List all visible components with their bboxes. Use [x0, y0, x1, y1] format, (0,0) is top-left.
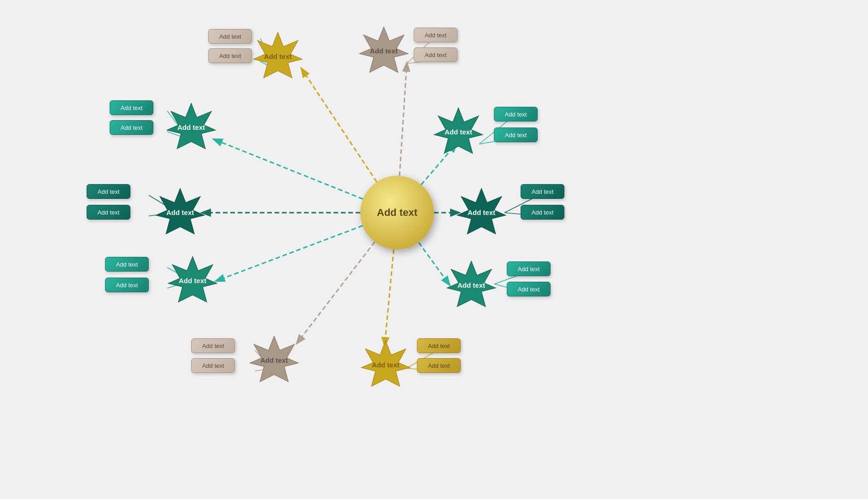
canvas: Add text Add text Add text Add text Add …: [0, 0, 868, 499]
rect-left-lower-2[interactable]: Add text: [105, 278, 149, 292]
burst-top-gray[interactable]: Add text: [358, 26, 409, 76]
rect-bottom-gold-2[interactable]: Add text: [417, 358, 461, 373]
center-label: Add text: [377, 207, 417, 219]
rect-left-upper-teal-2[interactable]: Add text: [110, 120, 153, 135]
rect-right-upper-teal-2[interactable]: Add text: [494, 128, 538, 142]
burst-top-gold-label: Add text: [264, 52, 292, 61]
rect-bottom-gold-1[interactable]: Add text: [417, 338, 461, 353]
rect-top-gold-2[interactable]: Add text: [208, 48, 252, 63]
burst-left-upper-teal[interactable]: Add text: [166, 102, 217, 153]
rect-right-mid-1[interactable]: Add text: [521, 184, 564, 199]
rect-right-lower-1[interactable]: Add text: [507, 261, 551, 276]
rect-right-mid-2[interactable]: Add text: [521, 205, 564, 220]
burst-top-gold[interactable]: Add text: [252, 31, 303, 82]
burst-right-lower-teal-label: Add text: [457, 281, 485, 290]
burst-left-lower-teal[interactable]: Add text: [167, 255, 218, 306]
burst-bottom-gray[interactable]: Add text: [249, 335, 299, 386]
burst-right-lower-teal[interactable]: Add text: [446, 260, 497, 311]
burst-bottom-gray-label: Add text: [260, 356, 288, 365]
burst-left-mid[interactable]: Add text: [155, 187, 205, 238]
rect-left-lower-1[interactable]: Add text: [105, 257, 149, 272]
center-node[interactable]: Add text: [360, 176, 434, 250]
burst-top-gray-label: Add text: [370, 47, 398, 55]
burst-left-mid-label: Add text: [166, 209, 194, 217]
burst-bottom-gold-label: Add text: [372, 361, 399, 369]
burst-right-upper-teal[interactable]: Add text: [433, 107, 484, 157]
rect-top-gray-1[interactable]: Add text: [414, 28, 457, 42]
rect-left-mid-1[interactable]: Add text: [87, 184, 130, 199]
burst-left-upper-teal-label: Add text: [177, 123, 205, 132]
rect-top-gray-2[interactable]: Add text: [414, 47, 457, 62]
burst-bottom-gold[interactable]: Add text: [360, 340, 411, 390]
rect-right-lower-2[interactable]: Add text: [507, 282, 551, 296]
rect-right-upper-teal-1[interactable]: Add text: [494, 107, 538, 122]
burst-right-upper-teal-label: Add text: [445, 128, 472, 136]
rect-top-gold-1[interactable]: Add text: [208, 29, 252, 44]
rect-left-upper-teal-1[interactable]: Add text: [110, 100, 153, 115]
burst-right-mid[interactable]: Add text: [456, 187, 507, 238]
rect-bottom-gray-2[interactable]: Add text: [191, 358, 235, 373]
burst-right-mid-label: Add text: [468, 209, 495, 217]
burst-left-lower-teal-label: Add text: [179, 277, 206, 285]
rect-left-mid-2[interactable]: Add text: [87, 205, 130, 220]
rect-bottom-gray-1[interactable]: Add text: [191, 338, 235, 353]
